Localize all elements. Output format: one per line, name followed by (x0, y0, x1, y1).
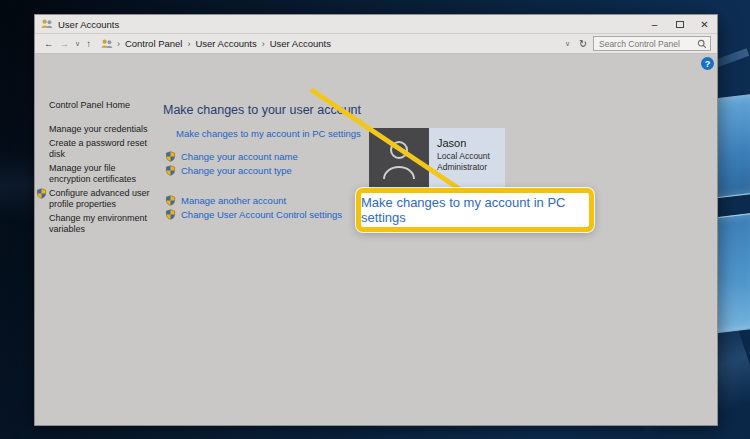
sidebar-item-advanced-user-profile[interactable]: Configure advanced user profile properti… (49, 188, 157, 210)
user-name: Jason (437, 137, 490, 149)
breadcrumb-separator: › (117, 39, 120, 49)
breadcrumb-user-accounts[interactable]: User Accounts (195, 38, 256, 49)
link-label: Change your account type (181, 165, 292, 176)
refresh-icon[interactable]: ↻ (576, 36, 590, 52)
maximize-button[interactable] (667, 15, 692, 33)
link-label: Manage another account (181, 195, 286, 206)
uac-shield-icon (165, 151, 176, 162)
titlebar[interactable]: User Accounts – ✕ (35, 15, 717, 34)
uac-shield-icon (165, 195, 176, 206)
back-icon[interactable]: ← (41, 36, 57, 52)
link-label: Change User Account Control settings (181, 209, 342, 220)
link-label: Change your account name (181, 151, 298, 162)
breadcrumb: › Control Panel › User Accounts › User A… (117, 38, 562, 49)
maximize-icon (676, 21, 684, 28)
avatar (369, 128, 429, 188)
search-icon[interactable] (697, 39, 707, 49)
sidebar-item-file-encryption-certificates[interactable]: Manage your file encryption certificates (49, 163, 157, 185)
uac-shield-icon (36, 188, 47, 199)
pc-settings-link[interactable]: Make changes to my account in PC setting… (176, 128, 361, 139)
address-dropdown-icon[interactable]: ∨ (562, 36, 573, 52)
sidebar-item-password-reset-disk[interactable]: Create a password reset disk (49, 138, 157, 160)
breadcrumb-control-panel[interactable]: Control Panel (125, 38, 183, 49)
sidebar-item-control-panel-home[interactable]: Control Panel Home (49, 100, 157, 111)
wallpaper-glass-pane (714, 212, 750, 333)
recent-pages-chevron-icon[interactable]: ∨ (72, 36, 83, 52)
wallpaper-glass-pane (714, 93, 750, 198)
uac-shield-icon (165, 209, 176, 220)
sidebar-item-environment-variables[interactable]: Change my environment variables (49, 213, 157, 235)
window-content: Control Panel Home Manage your credentia… (35, 54, 717, 425)
page-title: Make changes to your user account (163, 103, 553, 117)
sidebar: Control Panel Home Manage your credentia… (35, 54, 163, 238)
user-role: Administrator (437, 162, 490, 173)
sidebar-item-label: Configure advanced user profile properti… (49, 188, 150, 209)
up-icon[interactable]: ↑ (83, 36, 94, 52)
uac-shield-icon (165, 165, 176, 176)
search-input[interactable] (599, 39, 697, 49)
user-account-tile: Jason Local Account Administrator (369, 128, 505, 188)
sidebar-item-manage-credentials[interactable]: Manage your credentials (49, 124, 157, 135)
callout-text: Make changes to my account in PC setting… (361, 195, 589, 225)
forward-icon[interactable]: → (57, 36, 73, 52)
user-account-type: Local Account (437, 151, 490, 162)
breadcrumb-app-icon (100, 38, 113, 50)
search-box[interactable] (593, 36, 711, 51)
navigation-bar: ← → ∨ ↑ › Control Panel › User Accounts … (35, 34, 717, 54)
close-button[interactable]: ✕ (692, 15, 717, 33)
minimize-button[interactable]: – (642, 15, 667, 33)
breadcrumb-separator: › (262, 39, 265, 49)
user-silhouette-icon (378, 135, 420, 181)
callout-box: Make changes to my account in PC setting… (356, 188, 594, 232)
breadcrumb-user-accounts-2[interactable]: User Accounts (270, 38, 331, 49)
user-accounts-icon (40, 18, 53, 30)
breadcrumb-separator: › (187, 39, 190, 49)
window-title: User Accounts (58, 19, 642, 30)
